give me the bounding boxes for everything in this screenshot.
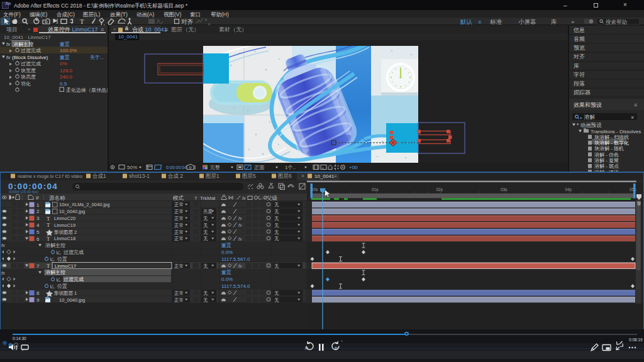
svg-text:无: 无 (274, 229, 279, 235)
svg-text:位置: 位置 (57, 256, 67, 262)
svg-text:完整: 完整 (210, 165, 220, 170)
svg-text:≡: ≡ (634, 102, 637, 108)
svg-text:小屏幕: 小屏幕 (518, 18, 536, 25)
svg-text:位置: 位置 (57, 283, 67, 289)
svg-text:正常: 正常 (174, 209, 184, 214)
svg-text:×: × (301, 173, 304, 179)
svg-text:无: 无 (203, 216, 208, 221)
svg-text:fx: fx (1, 270, 5, 276)
svg-text:T: T (47, 216, 50, 222)
svg-text:正常: 正常 (174, 263, 184, 269)
svg-text:1117.5,567.0: 1117.5,567.0 (221, 256, 250, 262)
svg-text:10_0041: 10_0041 (314, 173, 335, 179)
svg-text:无: 无 (203, 229, 208, 235)
svg-text:字符: 字符 (574, 72, 585, 78)
svg-text:0:00:00:04: 0:00:00:04 (166, 165, 187, 170)
svg-text:关于...: 关于... (90, 55, 104, 60)
svg-text:10_0040.jpg: 10_0040.jpg (59, 297, 85, 303)
svg-text:源名称: 源名称 (49, 195, 65, 201)
svg-text:fx: fx (238, 237, 242, 241)
svg-text:音频: 音频 (574, 36, 585, 42)
svg-text:fx: fx (238, 223, 242, 228)
svg-text:fx: fx (238, 216, 242, 221)
svg-text:正常: 正常 (174, 202, 184, 207)
svg-text:LinmoC18: LinmoC18 (54, 236, 75, 241)
svg-text:2: 2 (36, 209, 40, 214)
svg-text:5: 5 (36, 229, 40, 235)
svg-text:对齐: 对齐 (573, 53, 585, 60)
svg-text:3: 3 (36, 216, 40, 221)
svg-text:库: 库 (574, 63, 579, 69)
svg-text:»: » (571, 18, 574, 25)
svg-text:10: 10 (305, 346, 309, 350)
svg-text:无: 无 (203, 297, 208, 303)
svg-text:fx: fx (1, 243, 5, 248)
svg-text:图层6: 图层6 (278, 173, 292, 179)
svg-text:8: 8 (36, 290, 40, 296)
svg-text:重置: 重置 (59, 41, 70, 47)
svg-text:4: 4 (36, 222, 40, 228)
svg-text:04s: 04s (565, 187, 572, 192)
svg-text:重置: 重置 (59, 55, 70, 60)
svg-text:正常: 正常 (174, 236, 184, 241)
svg-text:预览: 预览 (574, 45, 585, 51)
svg-text:亮度: 亮度 (203, 209, 213, 214)
svg-text:T: T (47, 222, 50, 228)
svg-text:合成1: 合成1 (92, 173, 106, 179)
svg-text:过渡完成: 过渡完成 (21, 48, 41, 53)
svg-text:搜索帮助: 搜索帮助 (605, 19, 627, 25)
svg-text:* 动画预设: * 动画预设 (577, 122, 602, 128)
svg-text:6: 6 (36, 236, 40, 242)
svg-text:跟踪器: 跟踪器 (574, 89, 591, 96)
svg-text:图层5: 图层5 (242, 173, 256, 179)
svg-text:fx: fx (238, 264, 242, 268)
svg-text:无: 无 (274, 263, 279, 269)
svg-text:无: 无 (274, 222, 279, 228)
svg-text:0%: 0% (60, 61, 67, 67)
svg-text:240.0: 240.0 (60, 74, 73, 80)
svg-text:无: 无 (203, 290, 208, 296)
svg-text:形状图层 2: 形状图层 2 (54, 229, 77, 235)
svg-text:fx: fx (6, 55, 11, 60)
svg-text:正常: 正常 (174, 297, 184, 303)
svg-text:×: × (631, 114, 634, 121)
svg-text:块宽度: 块宽度 (20, 68, 36, 74)
svg-text:无: 无 (203, 222, 208, 228)
svg-text:溶解: 溶解 (584, 114, 596, 120)
svg-text:01s: 01s (372, 187, 379, 192)
svg-text:10xx_XLMs_2_0040.jpg: 10xx_XLMs_2_0040.jpg (59, 202, 109, 207)
svg-text:0.0%: 0.0% (221, 277, 233, 282)
svg-text:标准: 标准 (489, 18, 502, 25)
svg-text:过渡完成: 过渡完成 (64, 277, 84, 282)
svg-text:10_0040.jpg: 10_0040.jpg (59, 209, 85, 214)
svg-text:无: 无 (203, 236, 208, 241)
svg-text:50%: 50% (127, 165, 137, 170)
svg-text:无: 无 (274, 290, 279, 296)
svg-text:100.0%: 100.0% (60, 48, 77, 53)
svg-text:+: + (322, 166, 325, 170)
svg-text:T: T (47, 236, 50, 242)
svg-text:无: 无 (203, 263, 208, 269)
svg-text:正常: 正常 (174, 290, 184, 296)
svg-text:形状图层 1: 形状图层 1 (54, 290, 77, 296)
svg-text:0.0%: 0.0% (221, 250, 233, 255)
svg-text:T: T (47, 263, 50, 269)
svg-text:shot13-1: shot13-1 (129, 173, 150, 179)
svg-text:重置: 重置 (221, 243, 231, 248)
svg-text:02s: 02s (436, 187, 443, 192)
svg-text:LinmoC20: LinmoC20 (54, 216, 75, 221)
svg-text:0.5: 0.5 (60, 81, 67, 87)
svg-text:正常: 正常 (174, 229, 184, 235)
svg-text:溶解主控: 溶解主控 (45, 243, 65, 248)
svg-text:默认: 默认 (460, 18, 473, 25)
svg-text:溶解 - 凝聚: 溶解 - 凝聚 (594, 158, 619, 163)
svg-text:正常: 正常 (174, 216, 184, 221)
svg-text:过渡完成: 过渡完成 (21, 61, 41, 67)
svg-text:图层1: 图层1 (206, 173, 219, 179)
svg-text:realme x moge.tv C17 ID video: realme x moge.tv C17 ID video (18, 173, 82, 179)
svg-text:柔化边缘（最佳品质: 柔化边缘（最佳品质 (66, 87, 108, 93)
svg-text:无: 无 (274, 209, 279, 214)
svg-text:溶解 - 仿色: 溶解 - 仿色 (594, 152, 619, 158)
svg-text:羽化: 羽化 (21, 81, 31, 87)
svg-text:无: 无 (274, 216, 279, 221)
